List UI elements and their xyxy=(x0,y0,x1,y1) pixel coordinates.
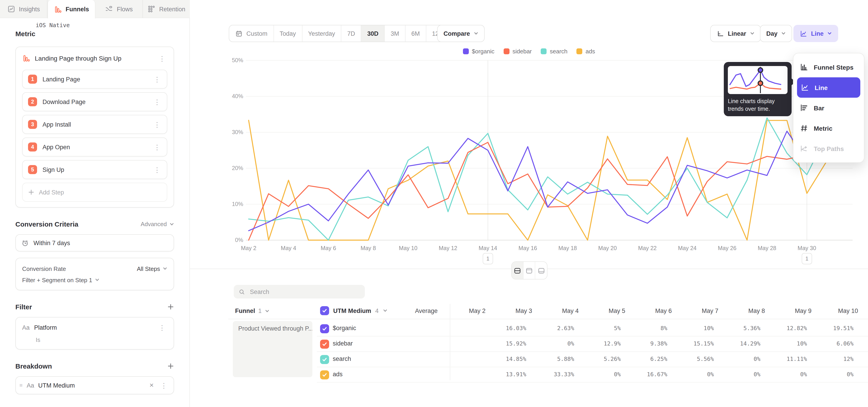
select-all-checkbox[interactable] xyxy=(320,306,329,315)
range-6m[interactable]: 6M xyxy=(405,25,426,41)
layout-chart-button[interactable] xyxy=(524,262,535,279)
col-header-may-3[interactable]: May 3 xyxy=(515,308,532,314)
range-30d[interactable]: 30D xyxy=(362,25,385,41)
linear-axis-icon xyxy=(717,30,724,37)
top-paths-icon xyxy=(800,144,808,153)
col-header-may-4[interactable]: May 4 xyxy=(562,308,579,314)
col-header-may-8[interactable]: May 8 xyxy=(748,308,765,314)
table-header: Funnel 1 UTM Medium 4 AverageMay 2May 3M… xyxy=(228,304,868,319)
range-today[interactable]: Today xyxy=(274,25,302,41)
scale-dropdown[interactable]: Linear xyxy=(710,25,761,42)
kebab-menu-icon[interactable]: ⋮ xyxy=(152,165,162,174)
col-header-may-2[interactable]: May 2 xyxy=(469,308,486,314)
breakdown-property[interactable]: UTM Medium xyxy=(38,382,145,389)
kebab-menu-icon[interactable]: ⋮ xyxy=(152,120,162,129)
cell-value: 0% xyxy=(754,371,761,378)
kebab-menu-icon[interactable]: ⋮ xyxy=(157,54,167,63)
col-header-average: Average xyxy=(415,308,438,314)
col-header-may-6[interactable]: May 6 xyxy=(655,308,672,314)
col-header-may-5[interactable]: May 5 xyxy=(609,308,625,314)
retention-icon xyxy=(147,5,156,13)
advanced-dropdown[interactable]: Advanced xyxy=(141,221,174,227)
group-column-dropdown[interactable]: UTM Medium 4 xyxy=(320,306,387,315)
table-row-ads[interactable]: ads 13.91%33.33%0%16.67%0%0%0%0%14.29%16… xyxy=(317,367,868,383)
svg-text:May 4: May 4 xyxy=(281,245,296,251)
search-input[interactable] xyxy=(249,288,360,295)
series-organic[interactable] xyxy=(249,131,827,231)
sidebar: Metric Landing Page through Sign Up ⋮ 1 … xyxy=(0,18,190,407)
compare-button[interactable]: Compare xyxy=(437,25,485,42)
add-step-label: Add Step xyxy=(39,189,64,196)
series-ads[interactable] xyxy=(249,120,827,240)
table-row-search[interactable]: search 14.85%5.88%5.26%6.25%5.56%0%11.11… xyxy=(317,352,868,367)
range-3m[interactable]: 3M xyxy=(385,25,405,41)
layout-table-button[interactable] xyxy=(535,262,547,279)
kebab-menu-icon[interactable]: ⋮ xyxy=(152,75,162,84)
compare-label: Compare xyxy=(443,30,470,37)
property-type-icon: Aa xyxy=(27,382,34,389)
kebab-menu-icon[interactable]: ⋮ xyxy=(152,143,162,151)
annotation-badge[interactable]: 1 xyxy=(483,253,493,264)
header-separator xyxy=(228,319,868,319)
row-checkbox[interactable] xyxy=(320,324,329,333)
tab-funnels[interactable]: Funnels xyxy=(48,0,95,19)
annotation-badge[interactable]: 1 xyxy=(802,253,812,264)
plus-icon xyxy=(28,189,34,195)
cell-value: 15.15% xyxy=(693,340,714,347)
add-filter-button[interactable] xyxy=(167,304,174,310)
tab-retention[interactable]: Retention xyxy=(143,0,190,18)
filter-value[interactable]: iOS Native xyxy=(36,22,70,29)
tab-flows[interactable]: Flows xyxy=(95,0,143,18)
cell-value: 16.67% xyxy=(647,371,667,378)
cell-value: 0% xyxy=(567,340,574,347)
funnel-column-dropdown[interactable]: Funnel 1 xyxy=(235,308,270,314)
funnel-step-landing-page[interactable]: 1 Landing Page ⋮ xyxy=(22,70,167,89)
cell-value: 13.91% xyxy=(506,371,526,378)
layout-split-button[interactable] xyxy=(512,262,524,279)
all-steps-dropdown[interactable]: All Steps xyxy=(137,265,167,272)
tab-insights[interactable]: Insights xyxy=(0,0,48,18)
layout-top-icon xyxy=(525,267,533,274)
filter-operator[interactable]: Is xyxy=(36,336,40,343)
svg-text:0%: 0% xyxy=(235,237,243,243)
row-checkbox[interactable] xyxy=(320,355,329,364)
filter-segment-label: Filter + Segment on Step 1 xyxy=(22,277,92,283)
series-search[interactable] xyxy=(249,118,827,240)
chart-type-dropdown[interactable]: Line xyxy=(794,25,838,42)
menu-item-line[interactable]: Line xyxy=(797,77,860,98)
funnel-step-sign-up[interactable]: 5 Sign Up ⋮ xyxy=(22,160,167,179)
menu-item-metric[interactable]: Metric xyxy=(794,118,864,138)
add-breakdown-button[interactable] xyxy=(167,363,174,370)
range-custom[interactable]: Custom xyxy=(229,25,274,41)
row-checkbox[interactable] xyxy=(320,340,329,349)
kebab-menu-icon[interactable]: ⋮ xyxy=(152,97,162,106)
funnel-step-download-page[interactable]: 2 Download Page ⋮ xyxy=(22,92,167,111)
funnel-step-app-install[interactable]: 3 App Install ⋮ xyxy=(22,115,167,134)
filter-segment-dropdown[interactable]: Filter + Segment on Step 1 xyxy=(22,275,167,285)
kebab-menu-icon[interactable]: ⋮ xyxy=(157,323,167,332)
table-row-organic[interactable]: $organic 16.03%2.63%5%8%10%5.36%12.82%19… xyxy=(317,321,868,337)
col-header-may-9[interactable]: May 9 xyxy=(795,308,811,314)
cell-value: 11.11% xyxy=(786,355,807,362)
kebab-menu-icon[interactable]: ⋮ xyxy=(159,381,169,389)
menu-item-bar[interactable]: Bar xyxy=(794,98,864,118)
col-header-may-10[interactable]: May 10 xyxy=(838,308,858,314)
svg-text:May 30: May 30 xyxy=(798,245,816,251)
row-checkbox[interactable] xyxy=(320,370,329,379)
metric-icon xyxy=(800,124,808,132)
interval-dropdown[interactable]: Day xyxy=(760,25,792,42)
funnel-step-app-open[interactable]: 4 App Open ⋮ xyxy=(22,137,167,156)
add-step-button[interactable]: Add Step xyxy=(22,183,167,202)
drag-handle-icon[interactable]: ≡ xyxy=(20,382,23,388)
cell-value: 0% xyxy=(614,371,621,378)
filter-property[interactable]: Platform xyxy=(34,324,152,331)
range-7d[interactable]: 7D xyxy=(341,25,362,41)
menu-item-funnel-steps[interactable]: Funnel Steps xyxy=(794,57,864,77)
col-header-may-7[interactable]: May 7 xyxy=(702,308,718,314)
remove-breakdown-icon[interactable]: × xyxy=(149,381,155,389)
funnel-cell[interactable]: Product Viewed through P... xyxy=(233,321,312,377)
range-yesterday[interactable]: Yesterday xyxy=(302,25,341,41)
tab-label: Funnels xyxy=(66,6,89,13)
conversion-window[interactable]: Within 7 days xyxy=(16,234,174,251)
table-row-sidebar[interactable]: sidebar 15.92%0%12.9%9.38%15.15%14.29%10… xyxy=(317,337,868,352)
